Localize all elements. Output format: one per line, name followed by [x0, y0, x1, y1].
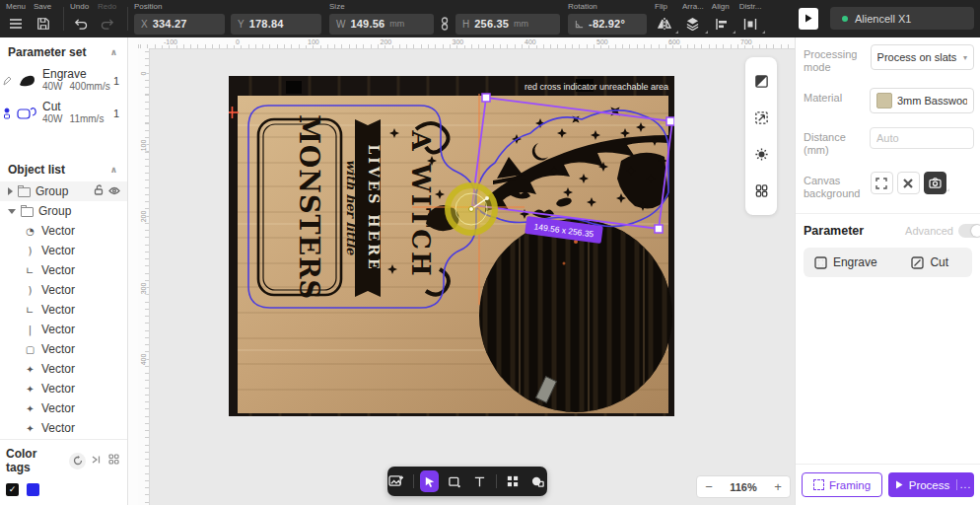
undo-button[interactable]: Undo [70, 0, 90, 37]
parameter-set-item-cut[interactable]: Cut 40W 11mm/s 1 [0, 97, 127, 129]
device-selector[interactable]: Aliencell X1 [830, 7, 974, 30]
object-list-vector-row[interactable]: ∟Vector [0, 260, 127, 280]
parameter-tabs: Engrave Cut [804, 248, 972, 277]
tab-cut[interactable]: Cut [888, 248, 973, 277]
ruler-x-label: 500 [595, 38, 610, 45]
unreachable-area-note: red cross indicator unreachable area [525, 82, 668, 92]
align-button[interactable]: Align [712, 0, 732, 37]
engrave-dots-icon [814, 256, 827, 269]
ruler-x-label: 100 [306, 38, 321, 45]
process-more-button[interactable]: ... [956, 479, 974, 490]
object-list-vector-row[interactable]: )Vector [0, 241, 127, 260]
ruler-x-label: -100 [162, 38, 179, 45]
object-list-vector-row[interactable]: ✦Vector [0, 398, 127, 418]
unlock-icon[interactable] [94, 184, 104, 198]
display-contrast-icon[interactable] [750, 71, 772, 93]
object-list-group-row[interactable]: Group [0, 181, 127, 201]
collapse-chevron-icon: ∧ [110, 165, 117, 175]
position-y-input[interactable]: Y 178.84 [231, 14, 321, 35]
link-dimensions-icon[interactable] [440, 17, 450, 31]
frame-corners-button[interactable] [871, 172, 893, 194]
zoom-in-button[interactable]: + [766, 479, 790, 494]
selection-handle[interactable] [482, 94, 490, 102]
device-panel-toggle-button[interactable] [799, 8, 818, 30]
processing-mode-select[interactable]: Process on slats ▾ [871, 44, 974, 70]
object-list-vector-row[interactable]: ▢Vector [0, 339, 127, 359]
arrange-button[interactable]: Arra... [682, 0, 704, 37]
zoom-level[interactable]: 116% [721, 481, 766, 493]
caret-right-icon[interactable] [8, 187, 13, 195]
color-tag-swatch[interactable] [27, 483, 39, 496]
ruler-x-label: 0 [234, 38, 242, 45]
cross-marks-button[interactable] [897, 172, 920, 194]
collapse-chevron-icon: ∧ [110, 47, 117, 57]
material-swatch [876, 93, 892, 108]
ruler-y-label: 400 [140, 354, 147, 366]
material-shapes-tool[interactable] [528, 470, 547, 492]
svg-text:MONSTERS: MONSTERS [294, 114, 324, 300]
flip-button[interactable]: Flip [655, 0, 674, 37]
advanced-toggle[interactable] [958, 224, 980, 238]
grid-panels-icon[interactable] [750, 180, 772, 202]
insert-image-tool[interactable] [387, 470, 406, 492]
parameter-set-header[interactable]: Parameter set ∧ [0, 37, 127, 64]
object-list-vector-row[interactable]: )Vector [0, 280, 127, 300]
object-list-vector-row[interactable]: ◔Vector [0, 221, 127, 241]
rotate-handle[interactable] [448, 185, 495, 233]
ruler-y-label: 100 [140, 139, 147, 151]
height-input[interactable]: H 256.35 mm [455, 14, 560, 35]
workspace-canvas[interactable]: -1000100200300400500600700 0100200300400 [128, 37, 795, 505]
horizontal-ruler: -1000100200300400500600700 [138, 37, 795, 49]
selection-handle[interactable] [655, 225, 663, 233]
collapse-panel-icon[interactable] [91, 454, 101, 468]
position-x-input[interactable]: X 334.27 [134, 14, 225, 35]
object-list-vector-row[interactable]: ∟Vector [0, 300, 127, 320]
menu-button[interactable]: Menu [6, 0, 26, 37]
distribute-button[interactable]: Distr... [739, 0, 762, 37]
material-select[interactable]: 3mm Basswood Pl... [870, 88, 974, 113]
object-list-vector-row[interactable]: ✦Vector [0, 379, 127, 398]
vector-shape-icon: ◔ [24, 226, 36, 237]
parameter-set-item-engrave[interactable]: Engrave 40W 400mm/s 1 [0, 64, 127, 97]
object-list-vector-row[interactable]: |Vector [0, 320, 127, 339]
grid-view-icon[interactable] [108, 454, 119, 468]
rotation-input[interactable]: -82.92° [568, 14, 647, 35]
shape-tool[interactable] [446, 470, 464, 492]
settings-panel: Processing mode Process on slats ▾ Mater… [795, 37, 980, 505]
selection-handle[interactable] [666, 117, 674, 125]
color-tag-swatch[interactable]: ✓ [6, 483, 19, 496]
array-tool[interactable] [504, 470, 523, 492]
object-list-vector-row[interactable]: ✦Vector [0, 359, 127, 379]
drawing-toolbar [387, 467, 547, 496]
fit-view-icon[interactable] [750, 108, 772, 129]
camera-background-button[interactable] [924, 172, 946, 194]
vector-shape-icon: ✦ [24, 384, 36, 395]
object-list-header[interactable]: Object list ∧ [0, 155, 127, 181]
distance-input[interactable] [870, 127, 974, 149]
save-button[interactable]: Save [34, 0, 53, 37]
framing-button[interactable]: Framing [802, 472, 882, 497]
ruler-y-label: 0 [140, 68, 147, 80]
ruler-x-label: 700 [738, 38, 754, 45]
object-list-vector-row[interactable]: ✦Vector [0, 418, 127, 438]
layers-icon [682, 12, 704, 36]
visibility-eye-icon[interactable] [108, 184, 120, 198]
text-tool[interactable] [471, 470, 490, 492]
vector-shape-icon: ) [24, 285, 36, 296]
tab-engrave[interactable]: Engrave [804, 248, 888, 277]
process-button[interactable]: Process ... [888, 472, 974, 497]
width-input[interactable]: W 149.56 mm [329, 14, 434, 35]
vector-shape-icon: ∟ [24, 305, 36, 316]
caret-down-icon[interactable] [8, 209, 16, 214]
cut-thumbnail-icon [15, 105, 38, 122]
cut-mark-icon [2, 108, 11, 119]
select-tool[interactable] [420, 470, 439, 492]
color-swatches: ✓ [6, 483, 119, 496]
object-list-group-row[interactable]: Group [0, 201, 127, 221]
ruler-y-label: 200 [140, 211, 147, 223]
redo-button: Redo [98, 0, 117, 37]
refresh-color-tags-button[interactable] [69, 453, 86, 469]
engrave-thumbnail-icon [15, 72, 38, 90]
zoom-out-button[interactable]: − [697, 479, 721, 494]
brightness-sun-icon[interactable] [750, 144, 772, 166]
